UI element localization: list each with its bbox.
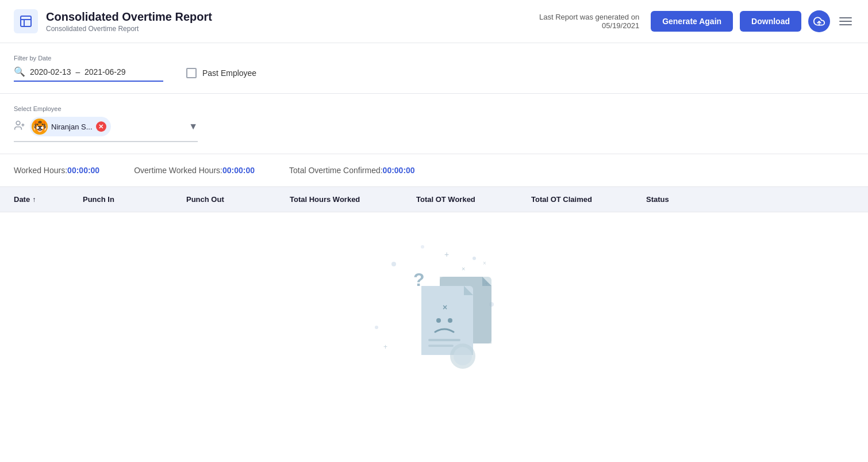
filter-section: Filter by Date 🔍 Past Employee [0,43,868,94]
date-range-input-wrapper: 🔍 [14,66,163,82]
svg-text:×: × [443,303,447,312]
employee-avatar [32,119,48,135]
empty-illustration: + + + × × ? [359,235,509,373]
past-employee-label: Past Employee [202,68,256,78]
last-report-label: Last Report was generated on [539,13,639,21]
col-date-label: Date [14,195,30,204]
col-total-hours-worked-label: Total Hours Worked [290,195,360,204]
table-header: Date ↑ Punch In Punch Out Total Hours Wo… [0,187,868,212]
svg-point-7 [391,262,396,266]
overtime-worked-label: Overtime Worked Hours: [134,166,222,175]
col-punch-out: Punch Out [186,195,290,204]
empty-state: + + + × × ? [0,212,868,396]
col-status-label: Status [646,195,669,204]
add-person-icon [14,120,25,134]
svg-text:+: + [444,250,449,259]
svg-point-20 [436,318,441,323]
last-report-info: Last Report was generated on 05/19/2021 [539,13,639,30]
generate-again-button[interactable]: Generate Again [651,11,733,32]
select-employee-label: Select Employee [14,105,854,112]
stats-section: Worked Hours:00:00:00 Overtime Worked Ho… [0,154,868,187]
cloud-sync-button[interactable] [808,10,830,32]
svg-point-21 [448,318,452,323]
search-icon: 🔍 [14,66,25,77]
last-report-date: 05/19/2021 [539,21,639,30]
total-overtime-stat: Total Overtime Confirmed:00:00:00 [289,166,415,175]
employee-tag: Niranjan S... ✕ [30,117,111,136]
svg-text:×: × [462,265,465,272]
col-date[interactable]: Date ↑ [14,195,83,204]
page-title: Consolidated Overtime Report [46,10,539,24]
chevron-down-icon[interactable]: ▼ [189,121,198,132]
page-header: Consolidated Overtime Report Consolidate… [0,0,868,43]
employee-section: Select Employee Niranjan S... ✕ ▼ [0,94,868,154]
menu-button[interactable] [837,15,854,28]
svg-point-11 [421,245,424,249]
table-section: Date ↑ Punch In Punch Out Total Hours Wo… [0,187,868,396]
svg-point-4 [16,121,20,125]
col-total-ot-claimed: Total OT Claimed [531,195,646,204]
svg-text:+: + [383,343,387,351]
svg-point-10 [375,326,378,329]
filter-date-label: Filter by Date [14,55,163,62]
hamburger-line-2 [839,21,852,22]
col-total-ot-worked-label: Total OT Worked [416,195,475,204]
worked-hours-stat: Worked Hours:00:00:00 [14,166,99,175]
col-punch-in: Punch In [83,195,186,204]
page-icon [14,9,38,33]
svg-rect-23 [428,345,454,347]
col-total-ot-worked: Total OT Worked [416,195,531,204]
hamburger-line-3 [839,24,852,25]
col-punch-out-label: Punch Out [186,195,224,204]
header-titles: Consolidated Overtime Report Consolidate… [46,10,539,33]
total-overtime-value: 00:00:00 [383,166,415,175]
worked-hours-label: Worked Hours: [14,166,67,175]
total-overtime-label: Total Overtime Confirmed: [289,166,383,175]
overtime-worked-stat: Overtime Worked Hours:00:00:00 [134,166,255,175]
page-subtitle: Consolidated Overtime Report [46,25,539,33]
download-button[interactable]: Download [740,11,801,32]
hamburger-line-1 [839,17,852,18]
past-employee-checkbox[interactable] [186,68,197,78]
past-employee-wrapper: Past Employee [186,68,256,82]
remove-employee-button[interactable]: ✕ [96,121,106,132]
employee-selector[interactable]: Niranjan S... ✕ ▼ [14,117,198,142]
worked-hours-value: 00:00:00 [67,166,99,175]
date-filter-group: Filter by Date 🔍 [14,55,163,82]
svg-text:×: × [483,260,486,266]
svg-point-8 [473,257,476,260]
svg-point-26 [454,347,472,365]
sort-arrow-date: ↑ [32,196,36,204]
col-status: Status [646,195,715,204]
employee-name-label: Niranjan S... [51,123,93,131]
svg-rect-0 [21,16,31,26]
header-actions: Last Report was generated on 05/19/2021 … [539,10,854,32]
col-punch-in-label: Punch In [83,195,114,204]
svg-rect-22 [428,339,460,341]
col-total-hours-worked: Total Hours Worked [290,195,416,204]
date-range-input[interactable] [30,67,156,77]
overtime-worked-value: 00:00:00 [222,166,255,175]
col-total-ot-claimed-label: Total OT Claimed [531,195,592,204]
